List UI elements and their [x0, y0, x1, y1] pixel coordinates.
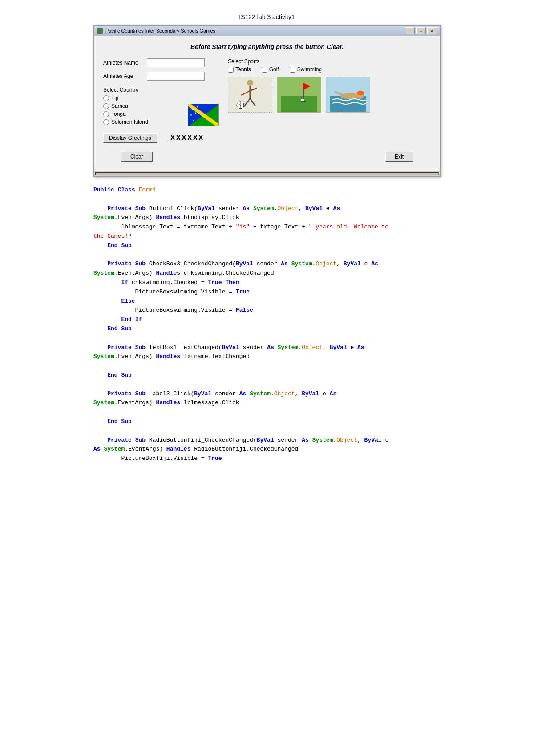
- code-line-visible-true: PictureBoxswimming.Visible = True: [93, 288, 441, 297]
- page-title: IS122 lab 3 activity1: [0, 0, 534, 25]
- sports-checkboxes: Tennis Golf Swimming: [228, 66, 431, 73]
- sport-tennis: Tennis: [228, 66, 251, 73]
- country-options: Fiji Samoa Tonga Solomon Island: [103, 95, 219, 125]
- svg-line-13: [250, 98, 255, 106]
- country-fiji: Fiji: [103, 95, 219, 101]
- code-line-sub5a: Private Sub RadioButtonfiji_CheckedChang…: [93, 436, 441, 445]
- radio-samoa[interactable]: [103, 103, 109, 109]
- window-title: Pacific Countmes Inter Secondary Schools…: [97, 28, 215, 34]
- athletes-age-input[interactable]: [147, 72, 205, 81]
- svg-point-25: [357, 91, 364, 95]
- window-subtitle: Before Start typing anything press the b…: [103, 43, 431, 50]
- tonga-label: Tonga: [111, 111, 126, 117]
- flag-svg: ★ ★ ★ ★ ★: [188, 104, 219, 126]
- radio-fiji[interactable]: [103, 95, 109, 101]
- greetings-row: Display Greetings XXXXXX: [103, 133, 431, 143]
- fiji-label: Fiji: [111, 95, 118, 101]
- code-line-sub3a: Private Sub TextBox1_TextChanged(ByVal s…: [93, 343, 441, 353]
- code-line-else: Else: [93, 297, 441, 306]
- window-body: Before Start typing anything press the b…: [94, 36, 440, 171]
- code-line-endsub2: End Sub: [93, 325, 441, 334]
- code-line-sub3b: System.EventArgs) Handles txtname.TextCh…: [93, 352, 441, 362]
- golf-svg: [281, 78, 317, 112]
- swimming-svg: [330, 78, 366, 112]
- code-line-endsub4: End Sub: [93, 417, 441, 427]
- window-title-icon: [97, 28, 103, 34]
- close-button[interactable]: ✕: [427, 27, 437, 34]
- code-line-sub2a: Private Sub CheckBox3_CheckedChanged(ByV…: [93, 260, 441, 269]
- svg-text:★: ★: [194, 111, 197, 115]
- code-line-sub1d: the Games!": [93, 232, 441, 241]
- code-line-if: If chkswimming.Checked = True Then: [93, 278, 441, 288]
- titlebar: Pacific Countmes Inter Secondary Schools…: [94, 26, 440, 36]
- svg-text:★: ★: [190, 113, 192, 117]
- code-line-sub2b: System.EventArgs) Handles chkswimming.Ch…: [93, 269, 441, 278]
- select-sports-section: Select Sports Tennis Golf Swimming: [228, 58, 431, 73]
- tennis-player-svg: [232, 78, 268, 112]
- code-blank-6: [93, 408, 441, 417]
- code-section: Public Class Form1 Private Sub Button1_C…: [93, 186, 441, 463]
- athletes-name-input[interactable]: [147, 58, 205, 67]
- left-column: Athletes Name Athletes Age Select Countr…: [103, 58, 219, 127]
- checkbox-golf[interactable]: [262, 67, 267, 73]
- display-greetings-button[interactable]: Display Greetings: [103, 133, 157, 143]
- golf-label: Golf: [269, 66, 279, 73]
- maximize-button[interactable]: □: [416, 27, 426, 34]
- code-line-sub5b: As System.EventArgs) Handles RadioButton…: [93, 445, 441, 454]
- window-controls: _ □ ✕: [405, 27, 437, 34]
- select-country-section: Select Country Fiji Samoa Tonga: [103, 87, 219, 125]
- action-buttons-row: Clear Exit: [103, 152, 431, 162]
- code-blank-7: [93, 427, 441, 436]
- window-scrollbar: [94, 171, 440, 176]
- svg-rect-17: [281, 96, 317, 112]
- code-line-sub4a: Private Sub Label3_Click(ByVal sender As…: [93, 390, 441, 399]
- svg-line-10: [241, 91, 250, 95]
- sport-image-golf: [277, 77, 321, 113]
- sport-images: [228, 77, 431, 113]
- sport-golf: Golf: [262, 66, 279, 73]
- code-line-endsub3: End Sub: [93, 371, 441, 380]
- code-blank-3: [93, 334, 441, 343]
- athletes-age-label: Athletes Age: [103, 73, 143, 79]
- code-line-sub1b: System.EventArgs) Handles btndisplay.Cli…: [93, 213, 441, 223]
- code-line-sub1a: Private Sub Button1_Click(ByVal sender A…: [93, 204, 441, 214]
- athletes-name-label: Athletes Name: [103, 60, 143, 66]
- exit-button[interactable]: Exit: [385, 152, 413, 162]
- checkbox-tennis[interactable]: [228, 67, 234, 73]
- app-window: Pacific Countmes Inter Secondary Schools…: [93, 25, 441, 177]
- flag-image: ★ ★ ★ ★ ★: [188, 104, 219, 126]
- right-column: Select Sports Tennis Golf Swimming: [228, 58, 431, 127]
- svg-line-12: [243, 98, 250, 107]
- solomon-label: Solomon Island: [111, 119, 148, 125]
- greetings-display: XXXXXX: [170, 134, 204, 142]
- svg-line-11: [250, 88, 257, 91]
- athletes-name-row: Athletes Name: [103, 58, 219, 67]
- code-line-visible-false: PictureBoxswimming.Visible = False: [93, 306, 441, 315]
- clear-button[interactable]: Clear: [121, 152, 153, 162]
- sport-swimming: Swimming: [290, 66, 322, 73]
- code-line-picturebox: PictureBoxfiji.Visible = True: [93, 454, 441, 463]
- code-line-sub1c: lblmessage.Text = txtname.Text + "is" + …: [93, 223, 441, 232]
- samoa-label: Samoa: [111, 103, 128, 109]
- scrollbar-track[interactable]: [95, 172, 439, 175]
- code-blank-5: [93, 380, 441, 390]
- code-blank-4: [93, 362, 441, 371]
- svg-point-21: [301, 101, 306, 102]
- svg-point-8: [247, 80, 253, 86]
- form-layout: Athletes Name Athletes Age Select Countr…: [103, 58, 431, 127]
- svg-text:★: ★: [192, 107, 194, 111]
- select-country-label: Select Country: [103, 87, 219, 93]
- code-line-endsub1: End Sub: [93, 241, 441, 251]
- checkbox-swimming[interactable]: [290, 67, 295, 73]
- radio-tonga[interactable]: [103, 111, 109, 117]
- code-blank-2: [93, 251, 441, 260]
- code-line-endif: End If: [93, 315, 441, 325]
- svg-text:★: ★: [196, 105, 198, 109]
- radio-solomon[interactable]: [103, 119, 109, 125]
- sport-image-tennis: [228, 77, 272, 113]
- swimming-label: Swimming: [297, 66, 322, 73]
- select-sports-label: Select Sports: [228, 58, 431, 65]
- tennis-label: Tennis: [235, 66, 251, 73]
- minimize-button[interactable]: _: [405, 27, 415, 34]
- svg-marker-19: [303, 83, 310, 90]
